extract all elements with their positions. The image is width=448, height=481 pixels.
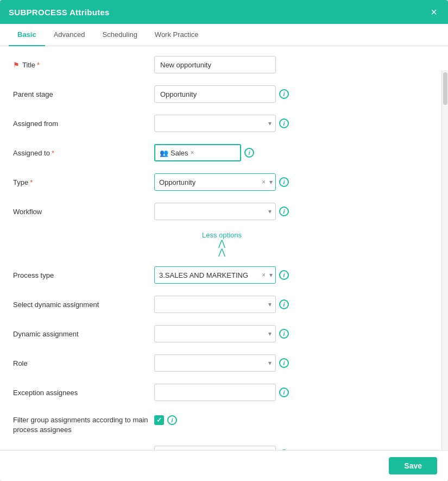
workflow-select[interactable] — [154, 203, 276, 220]
type-label: Type * — [13, 178, 154, 186]
form-content: ⚑ Title * Parent stage i — [0, 46, 448, 450]
dynamic-assignment-select[interactable] — [154, 325, 276, 342]
parent-stage-row: Parent stage i — [13, 84, 431, 104]
parent-stage-control-wrap: i — [154, 85, 431, 103]
parent-stage-info-icon[interactable]: i — [279, 89, 289, 99]
dynamic-assignment-control-wrap: i — [154, 325, 431, 342]
parent-completion-input[interactable] — [154, 446, 276, 450]
title-label: ⚑ Title * — [13, 61, 154, 69]
group-icon: 👥 — [160, 149, 168, 157]
chevrons-up-icon: ⋀⋀ — [218, 239, 225, 257]
dialog-footer: Save — [0, 450, 448, 481]
dialog-title: SUBPROCESS Attributes — [9, 8, 110, 17]
process-type-select[interactable]: 3.SALES AND MARKETING — [155, 267, 275, 283]
role-control-wrap: i — [154, 354, 431, 372]
sales-tag: 👥 Sales × — [160, 149, 194, 157]
process-type-select-wrapper: 3.SALES AND MARKETING × ▾ — [154, 266, 276, 284]
title-input[interactable] — [154, 56, 276, 73]
assigned-from-info-icon[interactable]: i — [279, 118, 289, 128]
tab-advanced[interactable]: Advanced — [45, 24, 94, 46]
process-type-label: Process type — [13, 271, 154, 279]
select-dynamic-control-wrap: i — [154, 296, 431, 313]
process-type-info-icon[interactable]: i — [279, 270, 289, 280]
role-select-wrapper — [154, 354, 276, 372]
parent-completion-info-icon[interactable]: i — [279, 449, 289, 450]
close-button[interactable]: × — [428, 4, 439, 20]
process-type-row: Process type 3.SALES AND MARKETING × ▾ i — [13, 265, 431, 285]
filter-group-checkbox[interactable] — [154, 415, 164, 425]
exception-assignees-label: Exception assignees — [13, 389, 154, 397]
required-star-assigned-to: * — [52, 149, 54, 157]
select-dynamic-select-wrapper — [154, 296, 276, 313]
parent-completion-row: Parent completion percent (%) i — [13, 445, 431, 450]
workflow-control-wrap: i — [154, 203, 431, 220]
dynamic-assignment-info-icon[interactable]: i — [279, 329, 289, 339]
type-select-wrapper: Opportunity × ▾ — [154, 173, 276, 191]
assigned-from-select[interactable] — [154, 115, 276, 132]
flag-icon: ⚑ — [13, 61, 20, 69]
process-type-clear-button[interactable]: × — [262, 271, 266, 279]
process-type-control-wrap: 3.SALES AND MARKETING × ▾ i — [154, 266, 431, 284]
type-row: Type * Opportunity × ▾ i — [13, 172, 431, 192]
workflow-select-wrapper — [154, 203, 276, 220]
assigned-to-label: Assigned to * — [13, 149, 154, 157]
tab-bar: Basic Advanced Scheduling Work Practice — [0, 24, 448, 46]
exception-assignees-input[interactable] — [154, 384, 276, 401]
tag-close-button[interactable]: × — [191, 149, 194, 157]
assigned-to-tag-input[interactable]: 👥 Sales × — [154, 144, 241, 161]
assigned-from-control-wrap: i — [154, 115, 431, 132]
select-dynamic-row: Select dynamic assignment i — [13, 295, 431, 314]
role-select[interactable] — [154, 354, 276, 372]
workflow-row: Workflow i — [13, 202, 431, 221]
select-dynamic-label: Select dynamic assignment — [13, 301, 154, 309]
assigned-to-info-icon[interactable]: i — [244, 148, 254, 158]
tab-work-practice[interactable]: Work Practice — [146, 24, 207, 46]
assigned-from-row: Assigned from i — [13, 114, 431, 133]
filter-group-row: Filter group assignments according to ma… — [13, 412, 431, 435]
exception-assignees-info-icon[interactable]: i — [279, 388, 289, 397]
required-star-title: * — [37, 61, 40, 69]
workflow-info-icon[interactable]: i — [279, 207, 289, 216]
select-dynamic-info-icon[interactable]: i — [279, 299, 289, 309]
role-row: Role i — [13, 353, 431, 373]
less-options-toggle[interactable]: Less options ⋀⋀ — [13, 231, 431, 257]
title-row: ⚑ Title * — [13, 55, 431, 74]
workflow-label: Workflow — [13, 208, 154, 216]
dynamic-assignment-label: Dynamic assignment — [13, 330, 154, 338]
assigned-from-select-wrapper — [154, 115, 276, 132]
subprocess-attributes-dialog: SUBPROCESS Attributes × Basic Advanced S… — [0, 0, 448, 481]
parent-stage-label: Parent stage — [13, 90, 154, 98]
tab-basic[interactable]: Basic — [9, 24, 45, 46]
scrollbar-thumb[interactable] — [443, 72, 447, 105]
filter-group-info-icon[interactable]: i — [167, 415, 177, 425]
dynamic-assignment-select-wrapper — [154, 325, 276, 342]
exception-assignees-control-wrap: i — [154, 384, 431, 401]
select-dynamic-select[interactable] — [154, 296, 276, 313]
role-info-icon[interactable]: i — [279, 358, 289, 368]
assigned-to-row: Assigned to * 👥 Sales × i — [13, 143, 431, 163]
dialog-header: SUBPROCESS Attributes × — [0, 0, 448, 24]
dynamic-assignment-row: Dynamic assignment i — [13, 324, 431, 343]
scrollbar[interactable] — [441, 70, 448, 450]
assigned-to-control-wrap: 👥 Sales × i — [154, 144, 431, 161]
role-label: Role — [13, 359, 154, 367]
type-select[interactable]: Opportunity — [155, 174, 275, 190]
title-control-wrap — [154, 56, 431, 73]
required-star-type: * — [30, 178, 33, 186]
type-control-wrap: Opportunity × ▾ i — [154, 173, 431, 191]
tab-scheduling[interactable]: Scheduling — [94, 24, 146, 46]
parent-completion-control-wrap: i — [154, 446, 431, 450]
save-button[interactable]: Save — [389, 457, 437, 474]
type-info-icon[interactable]: i — [279, 177, 289, 187]
type-clear-button[interactable]: × — [262, 178, 266, 186]
assigned-from-label: Assigned from — [13, 120, 154, 128]
parent-stage-input[interactable] — [154, 85, 276, 103]
exception-assignees-row: Exception assignees i — [13, 383, 431, 402]
filter-group-control-wrap: i — [154, 412, 177, 425]
filter-group-label: Filter group assignments according to ma… — [13, 412, 154, 435]
